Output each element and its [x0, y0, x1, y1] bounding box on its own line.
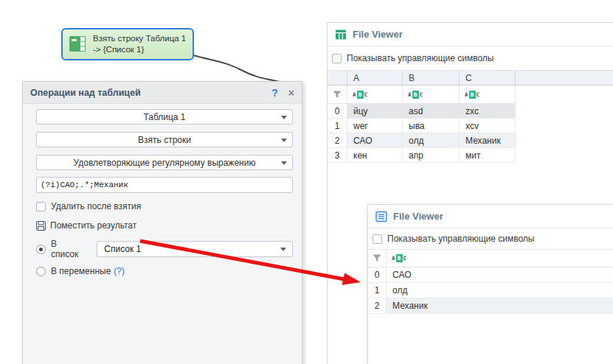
- panel-title: Операции над таблицей: [30, 88, 271, 98]
- chevron-down-icon: [281, 139, 287, 142]
- table-row[interactable]: 3 кен апр мит: [328, 148, 516, 163]
- viewer1-title-row: File Viewer: [328, 23, 613, 46]
- viewer1-title: File Viewer: [353, 29, 403, 40]
- list-select-value: Список 1: [104, 244, 141, 254]
- chevron-down-icon: [280, 248, 286, 251]
- table-cell[interactable]: САО: [347, 133, 403, 147]
- action-select-value: Взять строки: [138, 135, 191, 145]
- table-grid-icon: [335, 29, 347, 41]
- table-cell[interactable]: кен: [347, 148, 403, 162]
- condition-select-dropdown[interactable]: Удовлетворяющие регулярному выражению: [36, 155, 293, 170]
- regex-input[interactable]: [36, 177, 293, 193]
- filter-icon-cell[interactable]: [328, 85, 347, 103]
- delete-after-checkbox[interactable]: [36, 202, 46, 211]
- filter-cell-a[interactable]: ABC: [347, 85, 403, 103]
- table-cell[interactable]: asd: [403, 104, 460, 118]
- filter-row: ABC ABC ABC: [328, 85, 516, 104]
- table-select-value: Таблица 1: [143, 112, 185, 122]
- filter-cell-c[interactable]: ABC: [460, 85, 516, 103]
- row-index: 3: [328, 148, 347, 162]
- chevron-down-icon: [281, 161, 287, 165]
- table-cell[interactable]: ыва: [403, 119, 460, 133]
- help-icon[interactable]: ?: [271, 87, 278, 99]
- list-item[interactable]: 0 САО: [368, 267, 613, 283]
- corner-header-cell[interactable]: [328, 71, 347, 85]
- row-index: 2: [368, 298, 387, 313]
- list-icon: [375, 211, 387, 223]
- column-header-row: A B C: [328, 70, 613, 85]
- table-row[interactable]: 2 САО олд Механик: [328, 133, 516, 148]
- show-control-chars-label-2: Показывать управляющие символы: [387, 234, 534, 244]
- file-viewer-list-panel: File Viewer Показывать управляющие симво…: [367, 204, 613, 364]
- table-select-dropdown[interactable]: Таблица 1: [36, 109, 293, 125]
- column-header-b[interactable]: B: [403, 71, 460, 85]
- list-item[interactable]: 2 Механик: [368, 298, 613, 314]
- table-row-icon: [69, 34, 87, 55]
- table-cell[interactable]: zxc: [460, 104, 516, 118]
- node-label: Взять строку Таблица 1 -> {Список 1}: [93, 33, 188, 55]
- column-header-a[interactable]: A: [347, 71, 403, 85]
- abc-type-icon: ABC: [408, 91, 423, 99]
- funnel-icon: [373, 254, 381, 262]
- show-control-chars-label-1: Показывать управляющие символы: [347, 53, 493, 63]
- list-select-dropdown[interactable]: Список 1: [97, 241, 293, 257]
- table-cell[interactable]: xcv: [460, 119, 516, 133]
- to-variables-label: В переменные: [51, 266, 111, 276]
- table-cell[interactable]: wer: [347, 119, 403, 133]
- list-value[interactable]: Механик: [387, 298, 613, 313]
- table-cell[interactable]: олд: [403, 133, 460, 147]
- to-list-label: В список: [51, 239, 85, 259]
- show-control-chars-checkbox-2[interactable]: [373, 234, 382, 244]
- abc-type-icon: ABC: [353, 91, 367, 99]
- table-cell[interactable]: апр: [403, 148, 460, 162]
- viewer2-title-row: File Viewer: [368, 205, 613, 228]
- close-icon[interactable]: ×: [288, 87, 294, 99]
- place-result-label: Поместить результат: [50, 220, 136, 231]
- chevron-down-icon: [281, 116, 287, 119]
- viewer2-title: File Viewer: [393, 211, 443, 222]
- row-index: 2: [328, 133, 347, 147]
- row-index: 0: [368, 267, 387, 282]
- filter-cell[interactable]: ABC: [387, 250, 613, 267]
- condition-select-value: Удовлетворяющие регулярному выражению: [74, 158, 256, 168]
- table-operations-panel: Операции над таблицей ? × Таблица 1 Взят…: [22, 81, 302, 364]
- filter-row: ABC: [368, 249, 613, 267]
- delete-after-label: Удалить после взятия: [51, 201, 141, 211]
- save-icon: [36, 221, 46, 231]
- action-select-dropdown[interactable]: Взять строки: [36, 132, 293, 147]
- variables-help-link[interactable]: (?): [114, 266, 125, 276]
- filter-cell-b[interactable]: ABC: [403, 85, 460, 103]
- list-value[interactable]: САО: [387, 267, 613, 282]
- row-index: 1: [328, 119, 347, 133]
- abc-type-icon: ABC: [465, 91, 479, 99]
- table-cell[interactable]: мит: [460, 148, 516, 162]
- action-node-take-row[interactable]: Взять строку Таблица 1 -> {Список 1}: [61, 28, 194, 60]
- show-control-chars-checkbox-1[interactable]: [332, 54, 342, 63]
- abc-type-icon: ABC: [392, 254, 406, 262]
- funnel-icon: [333, 91, 342, 99]
- table-cell[interactable]: Механик: [460, 133, 516, 147]
- to-list-radio[interactable]: [36, 245, 46, 254]
- row-index: 0: [328, 104, 347, 118]
- to-variables-radio[interactable]: [36, 267, 46, 276]
- table-cell[interactable]: йцу: [347, 104, 403, 118]
- list-value[interactable]: олд: [387, 283, 613, 298]
- row-index: 1: [368, 283, 387, 298]
- panel-header: Операции над таблицей ? ×: [23, 82, 302, 104]
- table-row[interactable]: 1 wer ыва xcv: [328, 119, 516, 133]
- list-item[interactable]: 1 олд: [368, 283, 613, 298]
- filter-icon-cell[interactable]: [368, 250, 387, 267]
- column-header-filler: [516, 71, 613, 85]
- column-header-c[interactable]: C: [460, 71, 516, 85]
- table-row[interactable]: 0 йцу asd zxc: [328, 104, 516, 119]
